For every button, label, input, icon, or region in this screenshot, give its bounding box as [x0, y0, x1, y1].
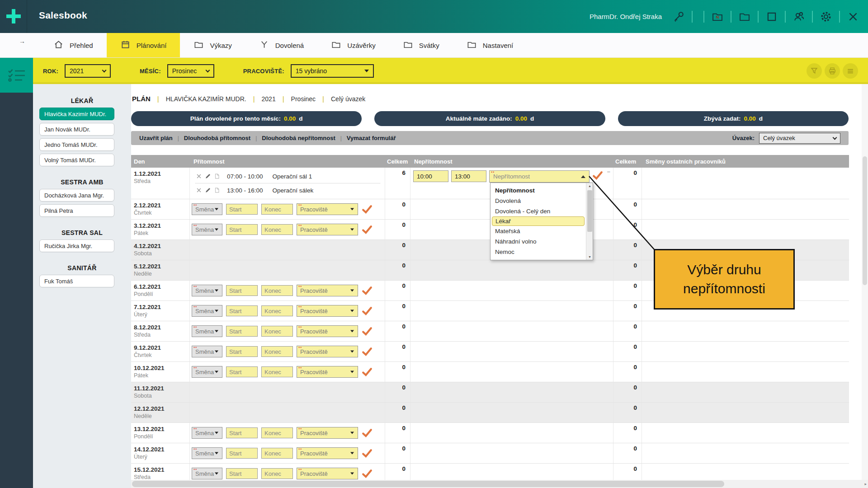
- copy-entry-icon[interactable]: [213, 187, 220, 194]
- delete-entry-icon[interactable]: [195, 173, 202, 180]
- tab-uzávěrky[interactable]: Uzávěrky: [317, 33, 389, 57]
- dropdown-option[interactable]: Mateřská: [491, 226, 586, 236]
- checklist-icon[interactable]: [0, 58, 33, 93]
- folder-icon[interactable]: [737, 9, 752, 24]
- shift-select[interactable]: ●●Směna: [192, 285, 222, 296]
- end-input[interactable]: [261, 366, 293, 377]
- confirm-check-icon[interactable]: [362, 347, 373, 357]
- end-input[interactable]: [261, 427, 293, 438]
- edit-entry-icon[interactable]: [204, 187, 211, 194]
- delete-entry-icon[interactable]: [195, 187, 202, 194]
- filter-icon[interactable]: [807, 63, 822, 79]
- copy-entry-icon[interactable]: [213, 173, 220, 180]
- sidebar-person[interactable]: Volný Tomáš MUDr.: [39, 154, 114, 166]
- dropdown-option[interactable]: Nemoc: [491, 247, 586, 257]
- shift-select[interactable]: ●●Směna: [192, 325, 222, 337]
- square-icon[interactable]: [764, 9, 779, 24]
- sidebar-person[interactable]: Jan Novák MUDr.: [39, 123, 114, 136]
- close-icon[interactable]: [845, 9, 861, 24]
- collapse-arrow-icon[interactable]: →: [19, 38, 25, 45]
- confirm-check-icon[interactable]: [362, 448, 373, 458]
- dropdown-option[interactable]: Nepřítomnost: [491, 185, 586, 196]
- start-input[interactable]: [226, 427, 258, 438]
- tab-plánování[interactable]: Plánování: [107, 33, 180, 57]
- start-input[interactable]: [226, 366, 258, 377]
- workplace-select[interactable]: ●●Pracoviště: [297, 305, 358, 317]
- vertical-scroll-thumb[interactable]: [863, 156, 867, 285]
- dropdown-option[interactable]: Náhradní volno: [491, 236, 586, 247]
- shift-select[interactable]: ●●Směna: [192, 366, 222, 378]
- user-name[interactable]: PharmDr. Ondřej Straka: [590, 13, 662, 20]
- confirm-check-icon[interactable]: [362, 286, 373, 296]
- workplace-select[interactable]: ●●Pracoviště: [297, 325, 358, 337]
- workplace-select[interactable]: ●●Pracoviště: [297, 366, 358, 378]
- dropdown-option[interactable]: Dovolená: [491, 196, 586, 206]
- sidebar-person[interactable]: Hlavička Kazimír MUDr.: [39, 108, 114, 120]
- tab-přehled[interactable]: Přehled: [40, 33, 107, 57]
- start-input[interactable]: [226, 346, 258, 357]
- start-input[interactable]: [226, 468, 258, 479]
- key-icon[interactable]: [671, 9, 686, 24]
- start-input[interactable]: [226, 204, 258, 215]
- scroll-thumb[interactable]: [587, 190, 592, 232]
- breadcrumb-item[interactable]: Prosinec: [291, 95, 316, 103]
- shift-select[interactable]: ●●Směna: [192, 203, 222, 215]
- end-input[interactable]: [261, 224, 293, 235]
- vertical-scrollbar[interactable]: [862, 84, 868, 480]
- confirm-check-icon[interactable]: [362, 204, 373, 214]
- gear-icon[interactable]: [818, 9, 834, 24]
- start-input[interactable]: [226, 285, 258, 296]
- toolbar-action[interactable]: Dlouhodobá přítomnost: [184, 135, 250, 141]
- horizontal-scrollbar[interactable]: ▸: [131, 480, 868, 488]
- end-input[interactable]: [261, 326, 293, 337]
- sidebar-person[interactable]: Ručička Jirka Mgr.: [39, 239, 114, 252]
- confirm-check-icon[interactable]: [362, 326, 373, 336]
- end-input[interactable]: [261, 285, 293, 296]
- workplace-select[interactable]: 15 vybráno: [291, 64, 374, 78]
- year-select[interactable]: 2021: [65, 64, 111, 78]
- workplace-select[interactable]: ●●Pracoviště: [297, 468, 358, 479]
- users-icon[interactable]: [791, 9, 807, 24]
- workplace-select[interactable]: ●●Pracoviště: [297, 447, 358, 459]
- tab-dovolená[interactable]: Dovolená: [245, 33, 317, 57]
- scroll-down-icon[interactable]: ▼: [586, 254, 593, 260]
- collapse-row-icon[interactable]: −: [607, 169, 610, 175]
- workplace-select[interactable]: ●●Pracoviště: [297, 346, 358, 357]
- workplace-select[interactable]: ●●Pracoviště: [297, 427, 358, 439]
- absence-start-input[interactable]: [413, 170, 448, 182]
- shift-select[interactable]: ●●Směna: [192, 468, 222, 479]
- absence-type-select[interactable]: ●●Nepřítomnost: [489, 170, 590, 183]
- start-input[interactable]: [226, 326, 258, 337]
- app-logo[interactable]: [0, 0, 27, 33]
- workplace-select[interactable]: ●●Pracoviště: [297, 203, 358, 215]
- confirm-check-icon[interactable]: [362, 367, 373, 377]
- toolbar-action[interactable]: Vymazat formulář: [347, 135, 396, 141]
- horizontal-scroll-thumb[interactable]: [132, 481, 724, 487]
- shift-select[interactable]: ●●Směna: [192, 427, 222, 439]
- end-input[interactable]: [261, 346, 293, 357]
- folder-n-icon[interactable]: N: [710, 9, 725, 24]
- shift-select[interactable]: ●●Směna: [192, 224, 222, 235]
- start-input[interactable]: [226, 448, 258, 459]
- sidebar-person[interactable]: Jedno Tomáš MUDr.: [39, 138, 114, 151]
- shift-select[interactable]: ●●Směna: [192, 346, 222, 357]
- month-select[interactable]: Prosinec: [167, 64, 214, 78]
- confirm-check-icon[interactable]: [362, 225, 373, 235]
- shift-select[interactable]: ●●Směna: [192, 447, 222, 459]
- toolbar-action[interactable]: Uzavřít plán: [139, 135, 173, 141]
- start-input[interactable]: [226, 305, 258, 316]
- dropdown-option[interactable]: Dovolená - Celý den: [491, 206, 586, 216]
- confirm-check-icon[interactable]: [362, 428, 373, 438]
- breadcrumb-item[interactable]: HLAVIČKA KAZIMÍR MUDR.: [166, 95, 246, 103]
- end-input[interactable]: [261, 204, 293, 215]
- scroll-up-icon[interactable]: ▲: [586, 183, 593, 189]
- dropdown-option[interactable]: Lékař: [492, 216, 585, 226]
- breadcrumb-item[interactable]: 2021: [262, 95, 276, 103]
- end-input[interactable]: [261, 468, 293, 479]
- tab-nastavení[interactable]: Nastavení: [453, 33, 527, 57]
- confirm-check-icon[interactable]: [592, 170, 603, 180]
- sidebar-person[interactable]: Fuk Tomáš: [39, 275, 114, 287]
- confirm-check-icon[interactable]: [362, 469, 373, 479]
- absence-end-input[interactable]: [451, 170, 486, 182]
- menu-icon[interactable]: [843, 63, 858, 79]
